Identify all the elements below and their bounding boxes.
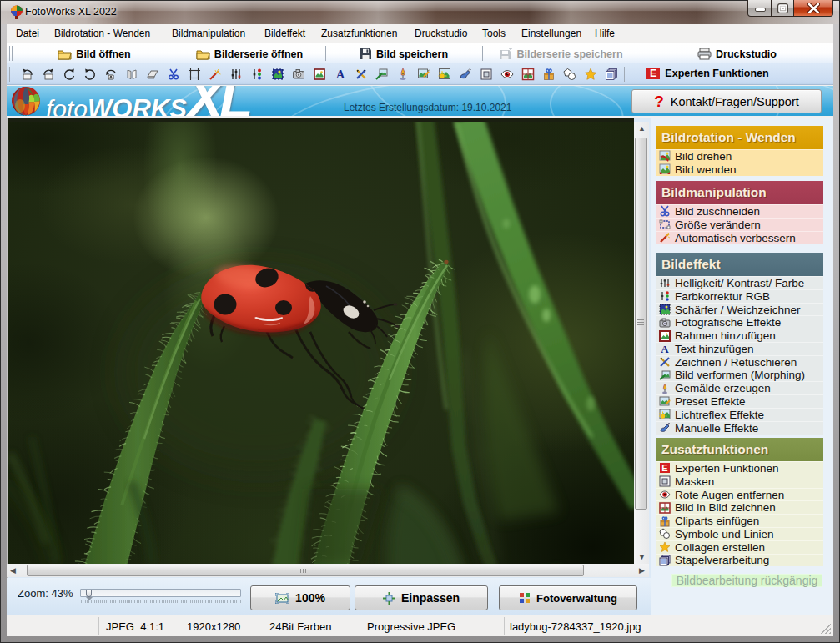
- svg-text:E: E: [661, 463, 667, 473]
- svg-text:A: A: [336, 68, 345, 81]
- svg-text:A: A: [661, 343, 669, 354]
